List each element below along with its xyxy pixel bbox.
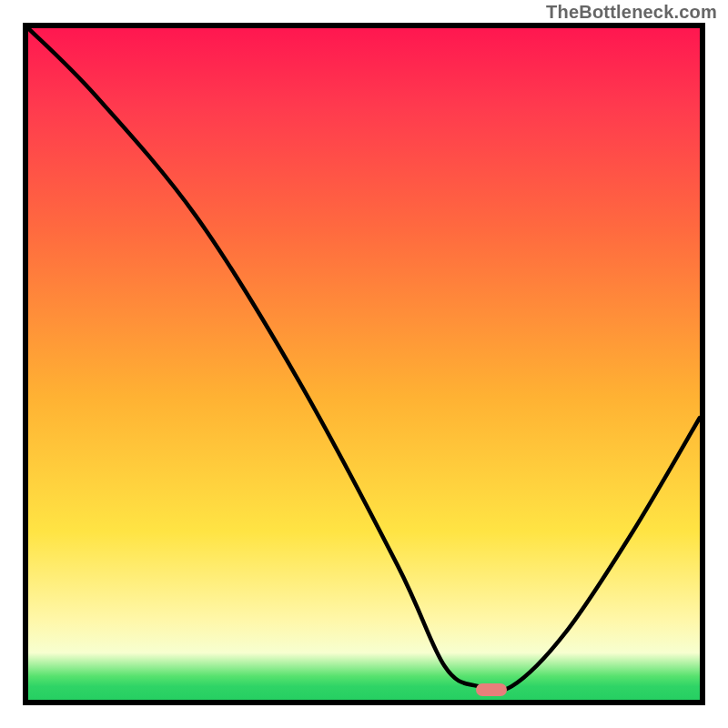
bottleneck-curve bbox=[28, 28, 700, 700]
watermark-text: TheBottleneck.com bbox=[546, 2, 717, 23]
plot-frame bbox=[23, 23, 705, 705]
optimal-point-marker bbox=[476, 683, 507, 696]
chart-stage: TheBottleneck.com bbox=[0, 0, 728, 728]
